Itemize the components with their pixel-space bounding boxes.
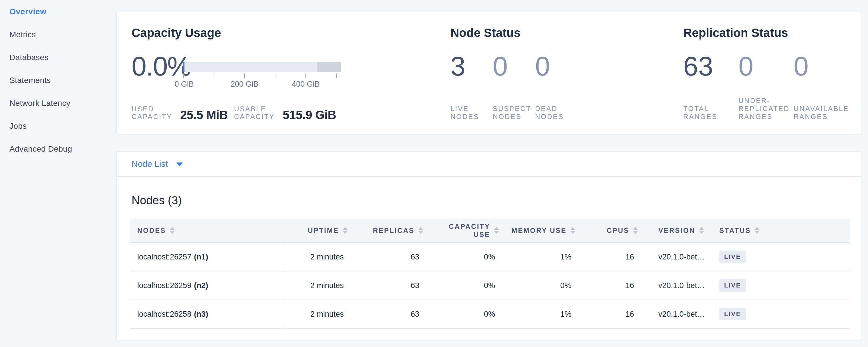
node-cell: localhost:26258(n3): [130, 310, 283, 319]
sidebar-item-network-latency[interactable]: Network Latency: [0, 92, 116, 115]
capacity-bar-chart: 0 GiB 200 GiB 400 GiB: [183, 62, 343, 80]
status-cell: LIVE: [718, 251, 850, 263]
status-badge: LIVE: [719, 308, 746, 320]
status-cell: LIVE: [718, 279, 850, 292]
capacity-stats: Used Capacity 25.5 MiB Usable Capacity 5…: [131, 105, 451, 121]
column-header-replicas[interactable]: Replicas: [347, 227, 423, 234]
axis-tick-label: 400 GiB: [292, 80, 320, 89]
node-link[interactable]: localhost:26257: [137, 253, 191, 261]
status-badge: LIVE: [719, 279, 746, 292]
capacity-bar-used-segment: [183, 62, 184, 72]
nodes-table-header: Nodes Uptime Replicas Capacity Use: [130, 219, 850, 243]
uptime-cell: 2 minutes: [283, 253, 347, 261]
sort-icon: [494, 227, 499, 234]
column-header-uptime[interactable]: Uptime: [283, 227, 347, 234]
memory-use-cell: 1%: [499, 253, 575, 261]
node-list-dropdown-label: Node List: [131, 159, 168, 169]
column-header-capacity-use[interactable]: Capacity Use: [423, 223, 499, 239]
cluster-overview-page: Overview Metrics Databases Statements Ne…: [0, 0, 868, 347]
node-status-stats: 3 Live Nodes 0 Suspect Nodes 0 Dead Node…: [451, 53, 683, 121]
live-nodes-label: Live Nodes: [451, 105, 493, 121]
replication-status-title: Replication Status: [683, 26, 861, 40]
cluster-summary-card: Capacity Usage 0.0% 0 Gi: [116, 11, 861, 134]
column-header-cpus[interactable]: CPUs: [575, 227, 638, 234]
version-cell: v20.1.0-bet…: [638, 310, 718, 319]
node-list-toolbar: Node List: [117, 152, 861, 177]
capacity-bar-reserved-segment: [317, 62, 341, 72]
dead-nodes-value: 0: [535, 53, 578, 80]
capacity-gauge: 0.0% 0 GiB 200 GiB: [131, 53, 451, 80]
capacity-use-cell: 0%: [423, 253, 499, 261]
capacity-use-cell: 0%: [423, 281, 499, 290]
under-replicated-ranges-label: Under-Replicated Ranges: [739, 97, 797, 121]
column-header-version[interactable]: Version: [638, 227, 718, 234]
suspect-nodes-label: Suspect Nodes: [493, 105, 538, 121]
cpus-cell: 16: [575, 281, 638, 290]
node-list-dropdown[interactable]: Node List: [131, 159, 183, 169]
axis-tick: [183, 73, 184, 78]
usable-capacity-value: 515.9 GiB: [283, 109, 336, 121]
cpus-cell: 16: [575, 310, 638, 319]
total-ranges-stat: 63 Total Ranges: [683, 53, 739, 121]
sidebar-item-advanced-debug[interactable]: Advanced Debug: [0, 137, 116, 160]
status-cell: LIVE: [718, 308, 850, 320]
axis-tick: [305, 73, 306, 78]
usable-capacity-stat: Usable Capacity 515.9 GiB: [234, 105, 336, 121]
sort-icon: [418, 227, 423, 234]
sidebar-item-jobs[interactable]: Jobs: [0, 115, 116, 137]
node-list-card: Node List Nodes (3) Nodes Uptime: [116, 151, 861, 340]
live-nodes-value: 3: [451, 53, 493, 80]
sort-icon: [633, 227, 638, 234]
column-header-nodes[interactable]: Nodes: [130, 227, 283, 234]
sort-icon: [755, 227, 759, 234]
sidebar-item-metrics[interactable]: Metrics: [0, 23, 116, 46]
node-link[interactable]: localhost:26258: [137, 310, 191, 318]
total-ranges-value: 63: [683, 53, 739, 80]
table-row[interactable]: localhost:26257(n1) 2 minutes 63 0% 1% 1…: [130, 243, 850, 272]
axis-tick: [244, 73, 245, 78]
uptime-cell: 2 minutes: [283, 310, 347, 319]
unavailable-ranges-value: 0: [794, 53, 849, 80]
node-link[interactable]: localhost:26259: [137, 281, 191, 290]
status-badge: LIVE: [719, 251, 746, 263]
memory-use-cell: 0%: [499, 281, 575, 290]
axis-tick-label: 0 GiB: [175, 80, 194, 89]
capacity-usage-title: Capacity Usage: [131, 26, 451, 40]
replication-stats: 63 Total Ranges 0 Under-Replicated Range…: [683, 53, 861, 121]
used-capacity-value: 25.5 MiB: [180, 109, 228, 121]
nodes-table-body: localhost:26257(n1) 2 minutes 63 0% 1% 1…: [130, 243, 850, 329]
unavailable-ranges-stat: 0 Unavailable Ranges: [794, 53, 849, 121]
unavailable-ranges-label: Unavailable Ranges: [794, 105, 856, 121]
uptime-cell: 2 minutes: [283, 281, 347, 290]
used-capacity-label: Used Capacity: [131, 105, 175, 120]
version-cell: v20.1.0-bet…: [638, 253, 718, 261]
node-id: (n2): [194, 281, 208, 290]
table-row[interactable]: localhost:26259(n2) 2 minutes 63 0% 0% 1…: [130, 272, 850, 300]
capacity-usage-section: Capacity Usage 0.0% 0 Gi: [117, 11, 451, 134]
version-cell: v20.1.0-bet…: [638, 281, 718, 290]
nodes-table-title: Nodes (3): [131, 194, 850, 207]
chevron-down-icon: [177, 162, 183, 166]
node-status-section: Node Status 3 Live Nodes 0 Suspect Nodes…: [451, 11, 683, 134]
suspect-nodes-value: 0: [493, 53, 535, 80]
sidebar-item-overview[interactable]: Overview: [0, 0, 116, 23]
sidebar: Overview Metrics Databases Statements Ne…: [0, 0, 116, 347]
column-header-status[interactable]: Status: [718, 227, 850, 234]
axis-tick: [336, 73, 337, 78]
usable-capacity-label: Usable Capacity: [234, 105, 277, 120]
node-cell: localhost:26257(n1): [130, 253, 283, 261]
total-ranges-label: Total Ranges: [683, 105, 739, 121]
sidebar-item-databases[interactable]: Databases: [0, 46, 116, 69]
capacity-bar-track: [183, 62, 341, 72]
node-cell: localhost:26259(n2): [130, 281, 283, 290]
sort-icon: [343, 227, 347, 234]
column-header-memory-use[interactable]: Memory Use: [499, 227, 575, 234]
table-row[interactable]: localhost:26258(n3) 2 minutes 63 0% 1% 1…: [130, 300, 850, 329]
sidebar-item-statements[interactable]: Statements: [0, 69, 116, 92]
nodes-table-section: Nodes (3) Nodes Uptime Replicas: [117, 194, 861, 329]
node-id: (n3): [194, 310, 208, 318]
under-replicated-ranges-value: 0: [739, 53, 794, 80]
dead-nodes-label: Dead Nodes: [535, 105, 578, 121]
sort-icon: [570, 227, 575, 234]
axis-tick: [214, 73, 214, 78]
